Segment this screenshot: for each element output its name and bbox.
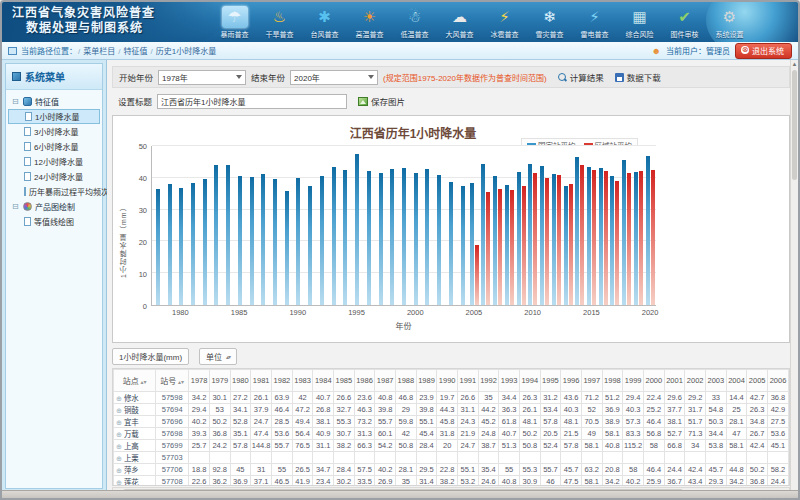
bar-national-2012[interactable] <box>552 174 556 305</box>
bar-national-2003[interactable] <box>449 182 453 305</box>
bar-national-1995[interactable] <box>355 154 359 305</box>
bar-national-2018[interactable] <box>622 160 626 305</box>
bar-regional-2006[interactable] <box>486 192 490 305</box>
bar-regional-2012[interactable] <box>557 175 561 305</box>
toolbar-item-雷电普查[interactable]: ⚡雷电普查 <box>572 4 617 42</box>
tree-item-24小时降水量[interactable]: 24小时降水量 <box>8 169 100 184</box>
tree-item-等值线绘图[interactable]: 等值线绘图 <box>8 214 100 229</box>
bar-national-1990[interactable] <box>296 178 300 305</box>
tree-node-特征值[interactable]: ⊟特征值 <box>8 94 100 109</box>
bar-national-2013[interactable] <box>564 186 568 305</box>
row-expand-icon[interactable]: ⊕ <box>116 395 122 402</box>
bar-regional-2009[interactable] <box>522 186 526 305</box>
save-image-button[interactable]: 保存图片 <box>358 95 405 107</box>
bar-national-1988[interactable] <box>273 179 277 305</box>
tree-item-历年暴雨过程平均频次[interactable]: 历年暴雨过程平均频次 <box>8 184 100 199</box>
bar-national-2019[interactable] <box>634 172 638 305</box>
bar-national-1996[interactable] <box>367 171 371 305</box>
bar-national-1980[interactable] <box>179 188 183 305</box>
bar-national-1992[interactable] <box>320 176 324 305</box>
row-expand-icon[interactable]: ⊕ <box>116 467 122 474</box>
tree-item-1小时降水量[interactable]: 1小时降水量 <box>8 109 100 124</box>
breadcrumb-segment[interactable]: 菜单栏目 <box>83 47 115 56</box>
bar-national-1982[interactable] <box>203 179 207 305</box>
vertical-scroll-thumb[interactable] <box>792 70 797 180</box>
bar-regional-2014[interactable] <box>580 165 584 305</box>
bar-national-1993[interactable] <box>332 167 336 305</box>
bar-regional-2018[interactable] <box>627 173 631 305</box>
bar-national-1985[interactable] <box>238 176 242 305</box>
bar-national-2016[interactable] <box>599 168 603 305</box>
scroll-up-icon[interactable]: ▲ <box>791 60 798 69</box>
expander-icon[interactable]: ⊟ <box>12 202 20 211</box>
tree-item-3小时降水量[interactable]: 3小时降水量 <box>8 124 100 139</box>
bar-national-2004[interactable] <box>461 186 465 305</box>
toolbar-item-台风普查[interactable]: ✱台风普查 <box>302 4 347 42</box>
tree-item-12小时降水量[interactable]: 12小时降水量 <box>8 154 100 169</box>
bar-national-2000[interactable] <box>414 173 418 305</box>
bar-national-1998[interactable] <box>390 169 394 305</box>
toolbar-item-系统设置[interactable]: ⚙系统设置 <box>707 4 752 42</box>
start-year-select[interactable]: 1978年 <box>158 70 246 85</box>
end-year-select[interactable]: 2020年 <box>290 70 378 85</box>
bar-national-2011[interactable] <box>540 166 544 305</box>
bar-national-1999[interactable] <box>402 168 406 305</box>
data-table-wrap[interactable]: 站点 ▴▾站号 ▴▾197819791980198119821983198419… <box>112 368 790 486</box>
bar-national-1994[interactable] <box>343 170 347 305</box>
bar-regional-2016[interactable] <box>604 171 608 306</box>
bar-national-1983[interactable] <box>214 165 218 305</box>
bar-national-2014[interactable] <box>575 157 579 305</box>
bar-regional-2013[interactable] <box>569 184 573 305</box>
bar-national-1989[interactable] <box>285 191 289 305</box>
bar-regional-2008[interactable] <box>510 190 514 305</box>
bar-regional-2005[interactable] <box>475 245 479 305</box>
toolbar-item-雪灾普查[interactable]: ❄雪灾普查 <box>527 4 572 42</box>
calc-result-button[interactable]: 计算结果 <box>558 71 604 83</box>
vertical-scrollbar[interactable]: ▲ <box>790 60 798 492</box>
toolbar-item-干旱普查[interactable]: ♨干旱普查 <box>257 4 302 42</box>
bar-regional-2017[interactable] <box>615 181 619 305</box>
toolbar-item-暴雨普查[interactable]: ☂暴雨普查 <box>212 4 257 42</box>
bar-national-1978[interactable] <box>156 189 160 305</box>
logout-button[interactable]: ⊗ 退出系统 <box>735 43 792 59</box>
bar-national-2001[interactable] <box>425 169 429 305</box>
row-expand-icon[interactable]: ⊕ <box>116 479 122 486</box>
bar-national-2009[interactable] <box>517 172 521 305</box>
breadcrumb-segment[interactable]: 历史1小时降水量 <box>156 47 216 56</box>
row-expand-icon[interactable]: ⊕ <box>116 431 122 438</box>
bar-national-2007[interactable] <box>493 176 497 305</box>
toolbar-item-低温普查[interactable]: ☃低温普查 <box>392 4 437 42</box>
bar-regional-2007[interactable] <box>498 189 502 305</box>
row-expand-icon[interactable]: ⊕ <box>116 407 122 414</box>
sort-unit-chip[interactable]: 单位 ▴▾ <box>199 348 237 365</box>
bar-regional-2020[interactable] <box>651 170 655 305</box>
bar-regional-2010[interactable] <box>533 173 537 305</box>
column-header-id[interactable]: 站号 ▴▾ <box>156 370 189 392</box>
bar-national-1979[interactable] <box>168 184 172 305</box>
bar-national-2005[interactable] <box>470 183 474 305</box>
toolbar-item-高温普查[interactable]: ☀高温普查 <box>347 4 392 42</box>
breadcrumb-segment[interactable]: 特征值 <box>123 47 147 56</box>
column-header-station[interactable]: 站点 ▴▾ <box>114 370 156 392</box>
bar-national-2008[interactable] <box>505 185 509 305</box>
toolbar-item-冰雹普查[interactable]: ⚡冰雹普查 <box>482 4 527 42</box>
bar-national-1997[interactable] <box>379 173 383 305</box>
bar-national-2010[interactable] <box>528 164 532 305</box>
bar-regional-2019[interactable] <box>639 171 643 305</box>
bar-national-2020[interactable] <box>646 156 650 305</box>
bar-national-1984[interactable] <box>226 165 230 305</box>
toolbar-item-大风普查[interactable]: ☁大风普查 <box>437 4 482 42</box>
tree-node-产品图绘制[interactable]: ⊟产品图绘制 <box>8 199 100 214</box>
row-expand-icon[interactable]: ⊕ <box>116 419 122 426</box>
chart-title-input[interactable] <box>157 94 347 109</box>
bar-national-1981[interactable] <box>191 183 195 305</box>
bar-national-1986[interactable] <box>250 177 254 305</box>
bar-regional-2015[interactable] <box>592 170 596 305</box>
bar-national-2002[interactable] <box>437 175 441 305</box>
tree-item-6小时降水量[interactable]: 6小时降水量 <box>8 139 100 154</box>
bar-regional-2011[interactable] <box>545 178 549 305</box>
bar-national-2017[interactable] <box>610 176 614 305</box>
row-expand-icon[interactable]: ⊕ <box>116 443 122 450</box>
bar-national-2015[interactable] <box>587 167 591 305</box>
bar-national-2006[interactable] <box>481 164 485 306</box>
